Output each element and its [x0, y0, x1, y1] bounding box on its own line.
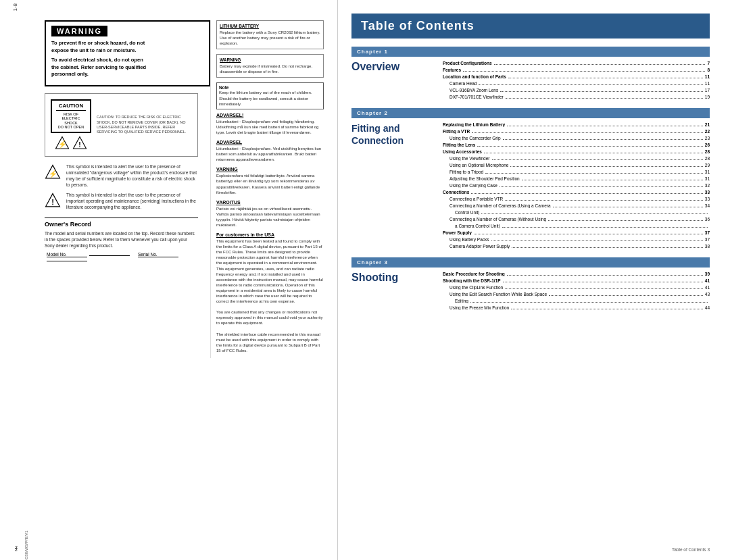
- toc-label: Power Supply: [443, 230, 472, 235]
- toc-num: 37: [705, 237, 710, 242]
- toc-num: 43: [705, 292, 710, 297]
- toc-num: 7: [707, 61, 710, 66]
- chapter3-header: Chapter 3: [351, 257, 710, 268]
- toc-num: 11: [705, 74, 710, 79]
- owners-record-text: The model and serial numbers are located…: [45, 230, 198, 249]
- chapter3-section: Chapter 3 Shooting Basic Procedure for S…: [351, 257, 710, 312]
- toc-entry-location-function: Location and function of Parts 11: [443, 74, 710, 80]
- toc-entry-cliplink: Using the ClipLink Function 41: [443, 285, 710, 290]
- toc-label: Camera Adaptor Power Supply: [449, 244, 510, 249]
- toc-entry-portable-vtr: Connecting a Portable VTR 33: [443, 197, 710, 202]
- owners-record-title: Owner's Record: [45, 221, 198, 228]
- toc-num: 26: [705, 143, 710, 147]
- lithium-battery-text: Replace the battery with a Sony CR2032 l…: [220, 30, 320, 46]
- toc-dots: [474, 234, 703, 234]
- toc-label: DXF-701/701CE Viewfinder: [449, 95, 504, 99]
- toc-label: Adjusting the Shoulder Pad Position: [449, 176, 520, 181]
- varoitus-text: Paristo voi räjähtää jos se on virheelli…: [216, 206, 324, 228]
- toc-num: 29: [705, 163, 710, 168]
- note-box: Note Keep the lithium battery out of the…: [216, 82, 324, 109]
- toc-label: Using the ClipLink Function: [449, 285, 503, 290]
- toc-entry-camera-adaptor: Camera Adaptor Power Supply 38: [443, 244, 710, 249]
- toc-label: a Camera Control Unit): [449, 224, 500, 228]
- chapter2-left: Fitting andConnection: [351, 122, 433, 251]
- note-text: Keep the lithium battery out of the reac…: [219, 90, 321, 106]
- advarsel1-section: ADVARSEL! Litiumbatteri - Eksplosjonsfar…: [216, 113, 324, 135]
- toc-num: 39: [705, 272, 710, 276]
- toc-dots: [549, 295, 703, 296]
- advarsel2-title: ADVARSEL: [216, 140, 324, 145]
- toc-num: 31: [705, 176, 710, 181]
- advarsel1-text: Litiumbatteri - Eksplosjonsfare ved feil…: [216, 119, 324, 135]
- toc-label: Product Configurations: [443, 61, 492, 66]
- toc-num: 28: [705, 156, 710, 161]
- chapter1-entries: Product Configurations 7 Features 8 Loca…: [443, 61, 710, 101]
- left-page: 1-8 WARNING To prevent fire or shock haz…: [0, 0, 338, 560]
- toc-entry-edit-search: Using the Edit Search Function While Bac…: [443, 292, 710, 297]
- toc-label: Editing: [449, 299, 468, 303]
- warning-text: To prevent fire or shock hazard, do note…: [51, 40, 203, 78]
- chapter3-title: Shooting: [351, 272, 433, 284]
- chapter1-left: Overview: [351, 61, 433, 101]
- toc-entry-editing: Editing: [443, 299, 710, 304]
- toc-entry-battery-packs: Using Battery Packs 37: [443, 237, 710, 243]
- toc-entry-replace-battery: Replacing the Lithium Battery 21: [443, 122, 710, 128]
- symbol-row-1: ⚡ This symbol is intended to alert the u…: [45, 163, 198, 188]
- toc-label: Using the Edit Search Function While Bac…: [449, 292, 547, 297]
- warning-title: WARNING: [51, 26, 107, 36]
- lithium-battery-section: LITHIUM BATTERY Replace the battery with…: [216, 20, 324, 49]
- toc-num: 44: [705, 305, 710, 310]
- advarsel2-text: Litiumbatteri - Eksplosjonsfare. Ved uts…: [216, 146, 324, 162]
- toc-entry-features: Features 8: [443, 68, 710, 73]
- svg-text:⚡: ⚡: [58, 140, 67, 149]
- toc-num: 32: [705, 183, 710, 188]
- toc-dots: [510, 166, 702, 167]
- toc-entry-vcl: VCL-916BYA Zoom Lens 17: [443, 88, 710, 93]
- svg-text:!: !: [78, 141, 80, 149]
- toc-num: 11: [705, 81, 710, 86]
- toc-dots: [491, 240, 703, 241]
- toc-entry-basic-procedure: Basic Procedure for Shooting 39: [443, 272, 710, 277]
- toc-dots: [506, 98, 703, 99]
- caution-box: CAUTION RISK OF ELECTRIC SHOCK DO NOT OP…: [51, 99, 91, 133]
- toc-entry-shooting-dsr: Shooting with the DSR-1/1P 41: [443, 278, 710, 284]
- chapter1-title: Overview: [351, 61, 433, 73]
- toc-entry-shoulder-pad: Adjusting the Shoulder Pad Position 31: [443, 176, 710, 182]
- chapter2-content: Fitting andConnection Replacing the Lith…: [351, 122, 710, 251]
- lightning-icon: ⚡: [55, 136, 70, 151]
- varoitus-section: VAROITUS Paristo voi räjähtää jos se on …: [216, 200, 324, 228]
- toc-dots: [479, 84, 702, 85]
- chapter1-header: Chapter 1: [351, 47, 710, 57]
- fcc-title: For customers in the USA: [216, 232, 324, 237]
- toc-dots: [470, 302, 708, 303]
- right-page: Table of Contents Chapter 1 Overview Pro…: [338, 0, 730, 560]
- toc-label: Fitting to a Tripod: [449, 170, 483, 174]
- lightning-symbol-icon: ⚡: [45, 164, 61, 180]
- toc-label: Location and function of Parts: [443, 74, 506, 79]
- toc-label: Using the Camcorder Grip: [449, 136, 501, 141]
- chapter1-content: Overview Product Configurations 7 Featur…: [351, 61, 710, 101]
- toc-dots: [512, 247, 703, 248]
- model-serial: Model No. Serial No.: [45, 252, 198, 262]
- chapter2-entries: Replacing the Lithium Battery 21 Fitting…: [443, 122, 710, 251]
- toc-dots: [553, 207, 703, 207]
- toc-entry-fitting-lens: Fitting the Lens 26: [443, 143, 710, 148]
- toc-num: 34: [705, 203, 710, 208]
- toc-dots: [485, 173, 703, 174]
- advarsel1-title: ADVARSEL!: [216, 113, 324, 118]
- toc-label: Using an Optional Microphone: [449, 163, 508, 168]
- toc-dots: [502, 227, 708, 228]
- toc-label: Using the Viewfinder: [449, 156, 490, 161]
- toc-dots: [492, 159, 703, 160]
- exclamation-icon: !: [72, 136, 87, 151]
- toc-label: Camera Head: [449, 81, 477, 86]
- toc-entry-multiple-cameras-without: Connecting a Number of Cameras (Without …: [443, 217, 710, 222]
- toc-entry-tripod: Fitting to a Tripod 31: [443, 170, 710, 175]
- toc-label: Fitting a VTR: [443, 129, 470, 134]
- toc-num: 38: [705, 244, 710, 249]
- chapter3-content: Shooting Basic Procedure for Shooting 39…: [351, 272, 710, 312]
- toc-num: 33: [705, 190, 710, 195]
- toc-dots: [548, 220, 703, 221]
- chapter2-title: Fitting andConnection: [351, 122, 433, 147]
- toc-num: 21: [705, 122, 710, 127]
